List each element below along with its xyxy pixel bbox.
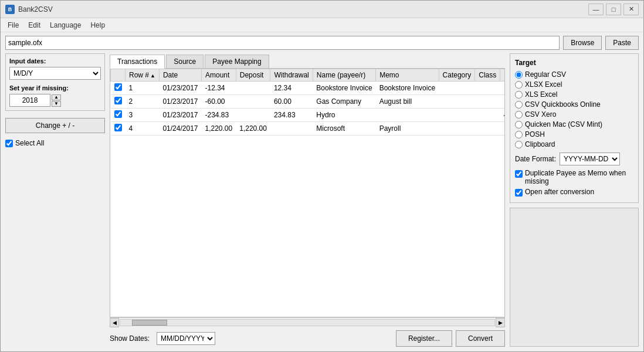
change-button[interactable]: Change + / -: [5, 118, 105, 133]
menu-language[interactable]: Language: [45, 20, 86, 31]
maximize-button[interactable]: □: [606, 4, 621, 15]
target-option-3: CSV Quickbooks Online: [515, 100, 633, 109]
cell-doc-2: 49: [500, 109, 505, 122]
scroll-track[interactable]: [120, 319, 495, 326]
right-bottom-area: [510, 208, 639, 347]
toolbar: Browse Paste: [1, 32, 643, 53]
input-dates-label: Input dates:: [9, 57, 101, 65]
target-option-5: Quicken Mac (CSV Mint): [515, 120, 633, 128]
cell-name-2: Hydro: [313, 109, 375, 122]
target-radio-4[interactable]: [515, 111, 523, 119]
select-all-checkbox[interactable]: [5, 140, 13, 147]
target-radio-1[interactable]: [515, 81, 523, 89]
menu-help[interactable]: Help: [86, 20, 110, 31]
target-title: Target: [515, 59, 633, 67]
target-option-0: Regular CSV: [515, 70, 633, 79]
row-checkbox-2[interactable]: [114, 110, 122, 118]
menu-edit[interactable]: Edit: [23, 20, 45, 31]
col-header-row[interactable]: Row #▲: [126, 69, 160, 82]
cell-row-num-0: 1: [126, 82, 160, 95]
date-format-select-left[interactable]: M/D/Y: [9, 67, 101, 80]
target-radio-6[interactable]: [515, 131, 523, 138]
tab-transactions[interactable]: Transactions: [110, 55, 165, 69]
scroll-right-arrow[interactable]: ▶: [496, 318, 505, 327]
close-button[interactable]: ✕: [623, 4, 639, 15]
convert-button[interactable]: Convert: [456, 330, 505, 347]
transaction-table: Row #▲ Date Amount Deposit Withdrawal Na…: [110, 69, 505, 136]
cell-class-3: [475, 122, 500, 136]
window-title: Bank2CSV: [18, 5, 588, 13]
duplicate-payee-checkbox[interactable]: [515, 170, 523, 178]
cell-memo-1: August bill: [376, 95, 439, 109]
col-header-doc[interactable]: Doc #: [500, 69, 505, 82]
open-after-checkbox[interactable]: [515, 189, 523, 197]
col-header-date[interactable]: Date: [159, 69, 201, 82]
col-header-name[interactable]: Name (payee/r): [313, 69, 375, 82]
year-input[interactable]: [9, 94, 50, 107]
cell-category-1: [439, 95, 475, 109]
register-button[interactable]: Register...: [396, 330, 452, 347]
right-panel: Target Regular CSVXLSX ExcelXLS ExcelCSV…: [510, 53, 639, 347]
target-option-4: CSV Xero: [515, 110, 633, 119]
row-checkbox-0[interactable]: [114, 83, 122, 91]
minimize-button[interactable]: —: [588, 4, 604, 15]
col-header-memo[interactable]: Memo: [376, 69, 439, 82]
cell-deposit-0: [236, 82, 270, 95]
show-dates-label: Show Dates:: [110, 334, 150, 343]
browse-button[interactable]: Browse: [563, 36, 602, 50]
target-option-label-6: POSH: [525, 130, 545, 138]
date-format-select-right[interactable]: YYYY-MM-DD MM/DD/YYYY DD/MM/YYYY: [560, 153, 620, 165]
cell-category-2: [439, 109, 475, 122]
scroll-left-arrow[interactable]: ◀: [110, 318, 119, 327]
row-checkbox-3[interactable]: [114, 124, 122, 131]
table-body: 101/23/2017-12.3412.34Bookstore InvoiceB…: [111, 82, 506, 136]
cell-date-2: 01/23/2017: [159, 109, 201, 122]
target-option-label-3: CSV Quickbooks Online: [525, 100, 601, 109]
cell-amount-3: 1,220.00: [202, 122, 236, 136]
date-format-row: Date Format: YYYY-MM-DD MM/DD/YYYY DD/MM…: [515, 150, 633, 168]
cell-memo-3: Payroll: [376, 122, 439, 136]
cell-category-3: [439, 122, 475, 136]
menu-file[interactable]: File: [3, 20, 23, 31]
table-row: 101/23/2017-12.3412.34Bookstore InvoiceB…: [111, 82, 506, 95]
col-header-category[interactable]: Category: [439, 69, 475, 82]
tab-source[interactable]: Source: [166, 55, 204, 68]
cell-row-num-2: 3: [126, 109, 160, 122]
scroll-thumb[interactable]: [132, 320, 167, 326]
paste-button[interactable]: Paste: [605, 36, 639, 50]
target-option-label-2: XLS Excel: [525, 90, 557, 99]
cell-doc-0: [500, 82, 505, 95]
col-header-deposit[interactable]: Deposit: [236, 69, 270, 82]
col-header-withdrawal[interactable]: Withdrawal: [270, 69, 313, 82]
duplicate-payee-row: Duplicate Payee as Memo when missing: [515, 168, 633, 187]
cell-deposit-2: [236, 109, 270, 122]
show-dates-format-select[interactable]: MM/DD/YYYY: [157, 332, 215, 345]
target-radio-0[interactable]: [515, 71, 523, 79]
input-dates-group: Input dates: M/D/Y Set year if missing: …: [5, 53, 105, 111]
table-header-row: Row #▲ Date Amount Deposit Withdrawal Na…: [111, 69, 506, 82]
open-after-row: Open after conversion: [515, 187, 633, 198]
target-radio-group: Regular CSVXLSX ExcelXLS ExcelCSV Quickb…: [515, 70, 633, 148]
target-radio-3[interactable]: [515, 101, 523, 109]
target-radio-7[interactable]: [515, 141, 523, 148]
row-checkbox-1[interactable]: [114, 97, 122, 104]
col-header-class[interactable]: Class: [475, 69, 500, 82]
main-content: Input dates: M/D/Y Set year if missing: …: [1, 53, 643, 351]
set-year-group: Set year if missing: ▲ ▼: [9, 84, 101, 107]
target-radio-5[interactable]: [515, 121, 523, 128]
file-path-input[interactable]: [5, 36, 560, 50]
set-year-label: Set year if missing:: [9, 84, 101, 92]
tabs: Transactions Source Payee Mapping: [110, 53, 505, 69]
duplicate-payee-label: Duplicate Payee as Memo when missing: [525, 169, 633, 185]
title-bar: B Bank2CSV — □ ✕: [1, 1, 643, 18]
cell-amount-1: -60.00: [202, 95, 236, 109]
target-radio-2[interactable]: [515, 91, 523, 99]
year-down-button[interactable]: ▼: [52, 101, 61, 107]
tab-payee-mapping[interactable]: Payee Mapping: [205, 55, 269, 68]
cell-memo-0: Bookstore Invoice: [376, 82, 439, 95]
select-all-row: Select All: [5, 139, 105, 147]
cell-date-3: 01/24/2017: [159, 122, 201, 136]
col-header-amount[interactable]: Amount: [202, 69, 236, 82]
year-up-button[interactable]: ▲: [52, 94, 61, 100]
horizontal-scrollbar[interactable]: ◀ ▶: [110, 317, 505, 327]
